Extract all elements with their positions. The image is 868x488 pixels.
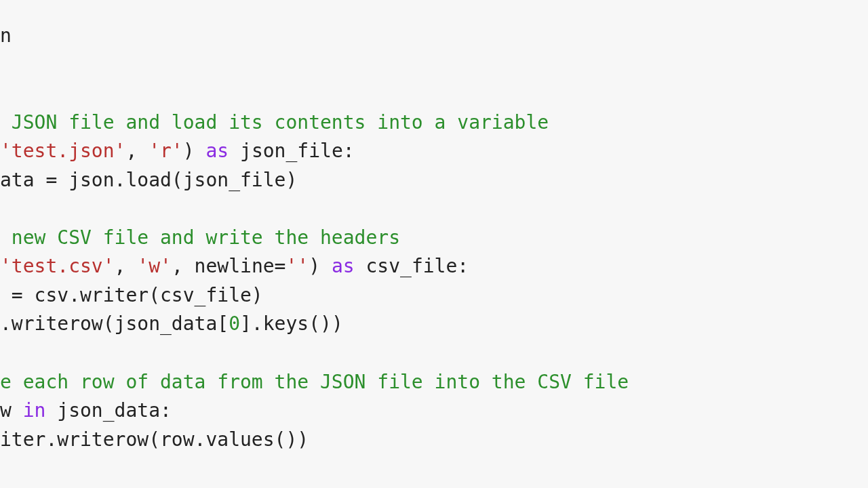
code-token: 'r' <box>149 140 183 162</box>
code-line: JSON file and load its contents into a v… <box>0 108 868 138</box>
code-token: 'w' <box>137 255 172 277</box>
code-token: as <box>332 255 355 277</box>
code-token: iter.writerow(row.values()) <box>0 428 309 451</box>
code-line: iter.writerow(row.values()) <box>0 426 868 455</box>
code-token: in <box>23 399 46 422</box>
code-line: new CSV file and write the headers <box>0 224 868 253</box>
code-token: w <box>0 399 23 422</box>
code-token: 'test.csv' <box>0 255 115 277</box>
code-token: ].keys()) <box>240 312 343 335</box>
code-line: n <box>0 22 868 51</box>
code-token: , <box>125 140 149 162</box>
code-token: ) <box>183 140 206 162</box>
code-token: json_data: <box>45 399 171 422</box>
code-token: ata = json.load(json_file) <box>0 169 297 191</box>
code-token: json_file: <box>229 140 354 162</box>
code-token: e each row of data from the JSON file in… <box>0 371 629 393</box>
code-token: , newline= <box>172 255 286 277</box>
code-token: '' <box>285 255 309 277</box>
code-line: 'test.json', 'r') as json_file: <box>0 137 868 166</box>
code-line: .writerow(json_data[0].keys()) <box>0 310 868 339</box>
code-line: ata = json.load(json_file) <box>0 166 868 195</box>
code-token: 'test.json' <box>0 140 125 162</box>
code-token: csv_file: <box>355 255 469 277</box>
code-token: JSON file and load its contents into a v… <box>0 111 549 134</box>
code-token: new CSV file and write the headers <box>0 226 400 249</box>
code-line <box>0 79 868 108</box>
code-token: as <box>205 140 229 162</box>
code-line: e each row of data from the JSON file in… <box>0 368 868 397</box>
code-token: = csv.writer(csv_file) <box>0 284 263 306</box>
code-token: .writerow(json_data[ <box>0 312 229 335</box>
code-line <box>0 195 868 224</box>
code-token: 0 <box>229 312 240 335</box>
code-line: w in json_data: <box>0 396 868 426</box>
code-token: , <box>115 255 138 277</box>
code-block: n JSON file and load its contents into a… <box>0 22 868 454</box>
code-line <box>0 51 868 80</box>
code-token: n <box>0 24 12 47</box>
code-line <box>0 339 868 368</box>
code-token: ) <box>309 255 332 277</box>
code-line: 'test.csv', 'w', newline='') as csv_file… <box>0 252 868 281</box>
code-line: = csv.writer(csv_file) <box>0 281 868 310</box>
